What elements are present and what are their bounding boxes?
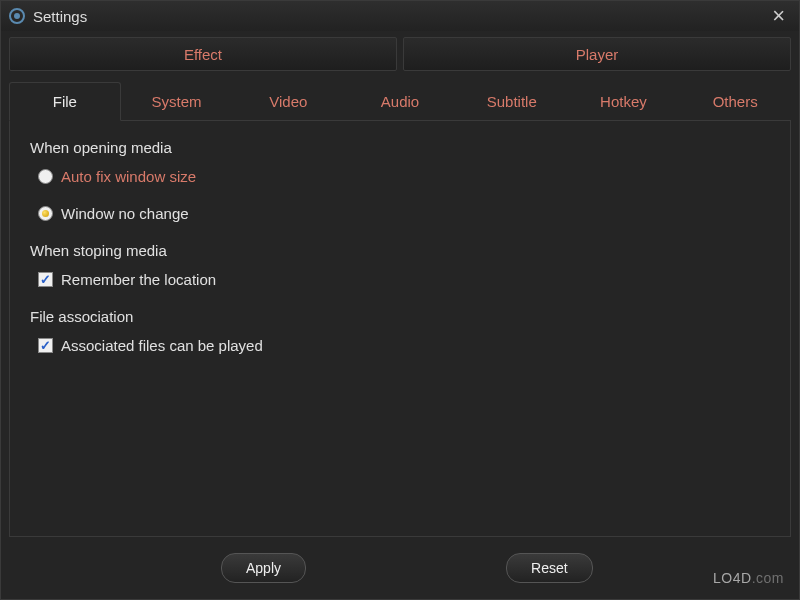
close-icon[interactable]: ×: [766, 5, 791, 27]
section-association: File association ✓ Associated files can …: [30, 308, 770, 354]
tab-others[interactable]: Others: [679, 82, 791, 121]
heading-stopping: When stoping media: [30, 242, 770, 259]
tab-video[interactable]: Video: [232, 82, 344, 121]
checkbox-associated-files[interactable]: ✓: [38, 338, 53, 353]
tab-audio[interactable]: Audio: [344, 82, 456, 121]
settings-content: When opening media Auto fix window size …: [9, 121, 791, 537]
settings-window: Settings × Effect Player File System Vid…: [0, 0, 800, 600]
button-row: Apply Reset: [1, 545, 799, 599]
heading-opening: When opening media: [30, 139, 770, 156]
label-associated-files: Associated files can be played: [61, 337, 263, 354]
primary-tabs: Effect Player: [1, 31, 799, 71]
reset-button[interactable]: Reset: [506, 553, 593, 583]
tab-player[interactable]: Player: [403, 37, 791, 71]
watermark-main: LO4D: [713, 570, 752, 586]
label-remember-location: Remember the location: [61, 271, 216, 288]
tab-hotkey[interactable]: Hotkey: [568, 82, 680, 121]
tab-file[interactable]: File: [9, 82, 121, 121]
option-auto-fix[interactable]: Auto fix window size: [38, 168, 770, 185]
option-associated-files[interactable]: ✓ Associated files can be played: [38, 337, 770, 354]
tab-subtitle[interactable]: Subtitle: [456, 82, 568, 121]
app-icon: [9, 8, 25, 24]
section-opening: When opening media Auto fix window size …: [30, 139, 770, 222]
watermark: LO4D.com: [713, 570, 784, 586]
label-no-change: Window no change: [61, 205, 189, 222]
section-stopping: When stoping media ✓ Remember the locati…: [30, 242, 770, 288]
heading-association: File association: [30, 308, 770, 325]
watermark-suffix: .com: [752, 570, 784, 586]
tab-system[interactable]: System: [121, 82, 233, 121]
option-remember-location[interactable]: ✓ Remember the location: [38, 271, 770, 288]
checkbox-remember-location[interactable]: ✓: [38, 272, 53, 287]
titlebar: Settings ×: [1, 1, 799, 31]
apply-button[interactable]: Apply: [221, 553, 306, 583]
radio-no-change[interactable]: [38, 206, 53, 221]
tab-effect[interactable]: Effect: [9, 37, 397, 71]
secondary-tabs: File System Video Audio Subtitle Hotkey …: [9, 81, 791, 121]
radio-auto-fix[interactable]: [38, 169, 53, 184]
label-auto-fix: Auto fix window size: [61, 168, 196, 185]
window-title: Settings: [33, 8, 766, 25]
option-no-change[interactable]: Window no change: [38, 205, 770, 222]
